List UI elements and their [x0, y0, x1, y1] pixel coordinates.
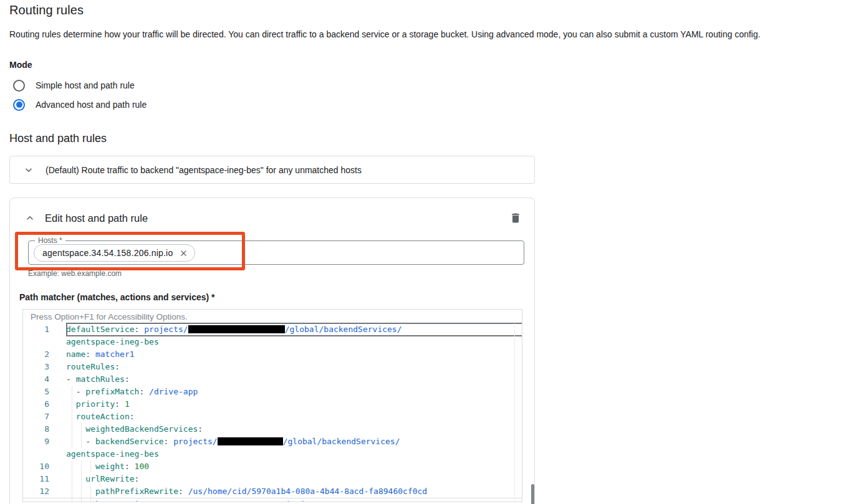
line-number: 8 [23, 423, 49, 435]
code-line[interactable]: 7 routeAction: [23, 411, 522, 423]
code-line[interactable]: 3routeRules: [23, 361, 522, 373]
indent-guide [90, 460, 91, 473]
indent-guide [72, 460, 72, 473]
card-collapse-header[interactable]: Edit host and path rule [24, 212, 148, 224]
mode-label: Mode [9, 60, 32, 70]
radio-label: Simple host and path rule [36, 80, 135, 90]
indent-guide [81, 435, 82, 448]
host-chip[interactable]: agentspace.34.54.158.206.nip.io [34, 244, 195, 262]
code-line[interactable]: 6 priority: 1 [23, 398, 522, 411]
indent-guide [72, 485, 72, 498]
radio-advanced-host-path-rule[interactable]: Advanced host and path rule [13, 97, 147, 112]
chevron-down-icon [22, 164, 35, 176]
accessibility-hint: Press Option+F1 for Accessibility Option… [23, 310, 522, 323]
code-line[interactable]: 10 weight: 100 [23, 460, 522, 473]
chevron-up-icon [24, 212, 36, 224]
indent-guide [81, 460, 82, 473]
trash-icon [509, 212, 524, 224]
code-line[interactable]: 8 weightedBackendServices: [23, 423, 522, 435]
indent-guide [81, 423, 82, 435]
line-number: 2 [23, 348, 49, 361]
indent-guide [72, 473, 72, 485]
editor-scrollbar-gutter [514, 323, 515, 502]
line-number: 13 [23, 498, 49, 502]
code-line[interactable]: 12 pathPrefixRewrite: /us/home/cid/5970a… [23, 485, 522, 498]
path-matcher-code-editor[interactable]: Press Option+F1 for Accessibility Option… [22, 309, 522, 502]
indent-guide [90, 485, 91, 498]
line-number: 3 [23, 361, 49, 373]
line-number [23, 336, 49, 348]
line-number: 11 [23, 473, 49, 485]
line-number: 9 [23, 435, 49, 448]
hosts-field-label: Hosts * [35, 236, 65, 245]
indent-guide [72, 398, 72, 411]
line-number: 4 [23, 373, 49, 386]
indent-guide [90, 498, 91, 502]
active-line-outline [66, 323, 522, 336]
indent-guide [81, 485, 82, 498]
close-icon[interactable] [179, 249, 188, 258]
radio-selected-icon[interactable] [13, 99, 25, 111]
hosts-helper-text: Example: web.example.com [28, 269, 122, 278]
redaction-bar [218, 437, 283, 445]
path-matcher-label: Path matcher (matches, actions and servi… [19, 292, 215, 302]
line-number: 1 [23, 323, 49, 336]
host-path-rules-heading: Host and path rules [9, 132, 107, 145]
radio-label: Advanced host and path rule [36, 100, 147, 110]
code-line[interactable]: 1defaultService: projects//global/backen… [23, 323, 522, 336]
default-rule-expander[interactable]: (Default) Route traffic to backend "agen… [9, 156, 535, 184]
panel-scrollbar-thumb[interactable] [531, 484, 534, 504]
indent-guide [81, 473, 82, 485]
line-number: 5 [23, 386, 49, 398]
radio-unselected-icon[interactable] [13, 80, 25, 92]
indent-guide [72, 423, 72, 435]
code-line[interactable]: 2name: matcher1 [23, 348, 522, 361]
line-number: 10 [23, 460, 49, 473]
hosts-input-field[interactable]: Hosts * agentspace.34.54.158.206.nip.io [28, 240, 524, 265]
indent-guide [72, 435, 72, 448]
code-line[interactable]: agentspace-ineg-bes [23, 448, 522, 460]
indent-guide [72, 411, 72, 423]
edit-host-path-rule-card: Edit host and path rule Hosts * agentspa… [9, 197, 535, 504]
code-line[interactable]: 5 - prefixMatch: /drive-app [23, 386, 522, 398]
page-description: Routing rules determine how your traffic… [9, 29, 840, 40]
code-line[interactable]: 9 - backendService: projects//global/bac… [23, 435, 522, 448]
line-number: 7 [23, 411, 49, 423]
line-number: 6 [23, 398, 49, 411]
indent-guide [72, 498, 72, 502]
code-line[interactable]: 13 hostRewrite: agentspace.34.54.158.206… [23, 498, 522, 502]
line-number [23, 448, 49, 460]
default-rule-text: (Default) Route traffic to backend "agen… [46, 165, 362, 175]
delete-rule-button[interactable] [509, 211, 524, 226]
page-title: Routing rules [9, 3, 84, 17]
indent-guide [81, 498, 82, 502]
line-number: 12 [23, 485, 49, 498]
code-editor-rows: 1defaultService: projects//global/backen… [23, 323, 522, 502]
code-line[interactable]: 4- matchRules: [23, 373, 522, 386]
radio-simple-host-path-rule[interactable]: Simple host and path rule [13, 78, 135, 93]
code-line[interactable]: agentspace-ineg-bes [23, 336, 522, 348]
code-line[interactable]: 11 urlRewrite: [23, 473, 522, 485]
indent-guide [72, 386, 72, 398]
card-title: Edit host and path rule [45, 212, 148, 224]
host-chip-label: agentspace.34.54.158.206.nip.io [42, 248, 173, 258]
